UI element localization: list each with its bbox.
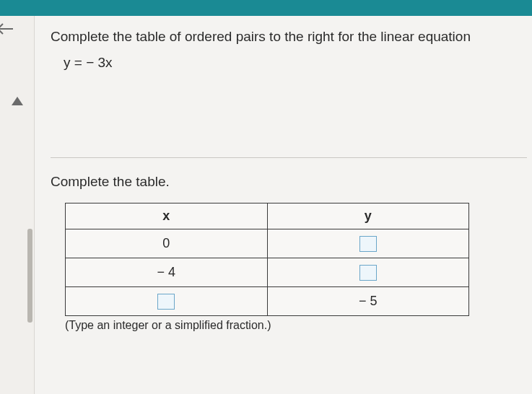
cell-y-1 — [267, 258, 469, 287]
nav-icon-partial — [0, 19, 16, 42]
cell-x-0: 0 — [66, 229, 268, 258]
svg-marker-1 — [12, 97, 23, 105]
window-titlebar — [0, 0, 532, 16]
problem-equation: y = − 3x — [64, 55, 532, 71]
section-label: Complete the table. — [51, 174, 532, 190]
progress-indicator — [27, 229, 32, 323]
answer-input[interactable] — [157, 294, 175, 310]
table-row: 0 — [66, 229, 469, 258]
left-gutter — [0, 16, 35, 394]
cell-y-0 — [267, 229, 469, 258]
table-row: − 5 — [66, 287, 469, 316]
column-header-x: x — [66, 203, 268, 229]
answer-format-hint: (Type an integer or a simplified fractio… — [65, 319, 532, 332]
content-area: Complete the table of ordered pairs to t… — [35, 16, 532, 394]
table-row: − 4 — [66, 258, 469, 287]
page-body: Complete the table of ordered pairs to t… — [0, 16, 532, 394]
column-header-y: y — [267, 203, 469, 229]
cell-x-1: − 4 — [66, 258, 268, 287]
problem-instruction: Complete the table of ordered pairs to t… — [51, 29, 532, 45]
table-header-row: x y — [66, 203, 469, 229]
answer-input[interactable] — [359, 236, 377, 252]
answer-input[interactable] — [359, 265, 377, 281]
ordered-pairs-table: x y 0 − 4 − 5 — [65, 203, 532, 316]
cell-y-2: − 5 — [267, 287, 469, 316]
cell-x-2 — [66, 287, 268, 316]
scroll-up-button[interactable] — [10, 95, 25, 107]
section-divider — [51, 157, 527, 158]
